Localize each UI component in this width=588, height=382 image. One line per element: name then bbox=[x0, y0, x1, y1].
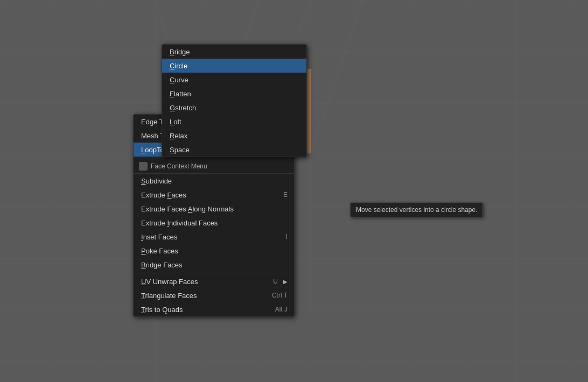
loft-label: Loft bbox=[170, 118, 181, 126]
menu-item-extrude-faces[interactable]: Extrude Faces E bbox=[134, 188, 294, 202]
menu-item-inset-faces[interactable]: Inset Faces I bbox=[134, 230, 294, 244]
menu-item-bridge-faces[interactable]: Bridge Faces bbox=[134, 258, 294, 272]
inset-faces-shortcut: I bbox=[286, 233, 288, 240]
uv-unwrap-arrow: ▶ bbox=[283, 279, 288, 285]
submenu-item-loft[interactable]: Loft bbox=[162, 115, 306, 129]
tris-to-quads-label: Tris to Quads bbox=[141, 306, 183, 314]
menu-item-tris-to-quads[interactable]: Tris to Quads Alt J bbox=[134, 302, 294, 316]
extrude-faces-normals-label: Extrude Faces Along Normals bbox=[141, 205, 234, 213]
gstretch-label: Gstretch bbox=[170, 104, 196, 112]
extrude-faces-shortcut: E bbox=[283, 191, 288, 199]
separator-2 bbox=[134, 273, 294, 273]
menu-item-triangulate-faces[interactable]: Triangulate Faces Ctrl T bbox=[134, 288, 294, 302]
submenu-item-curve[interactable]: Curve bbox=[162, 73, 306, 87]
separator-1 bbox=[134, 158, 294, 158]
menu-item-subdivide[interactable]: Subdivide bbox=[134, 174, 294, 188]
menu-item-extrude-faces-normals[interactable]: Extrude Faces Along Normals bbox=[134, 202, 294, 216]
submenu-item-relax[interactable]: Relax bbox=[162, 129, 306, 143]
extrude-individual-label: Extrude Individual Faces bbox=[141, 219, 218, 227]
poke-faces-label: Poke Faces bbox=[141, 247, 178, 255]
space-label: Space bbox=[170, 146, 190, 154]
triangulate-faces-label: Triangulate Faces bbox=[141, 292, 197, 300]
tris-to-quads-shortcut: Alt J bbox=[275, 306, 288, 313]
bridge-label: Bridge bbox=[170, 48, 190, 56]
submenu-item-flatten[interactable]: Flatten bbox=[162, 87, 306, 101]
svg-line-22 bbox=[310, 0, 362, 155]
inset-faces-label: Inset Faces bbox=[141, 233, 177, 241]
uv-unwrap-label: UV Unwrap Faces bbox=[141, 278, 198, 286]
face-context-header: Face Context Menu bbox=[134, 159, 294, 174]
submenu-item-circle[interactable]: Circle bbox=[162, 59, 306, 73]
curve-label: Curve bbox=[170, 76, 188, 84]
flatten-label: Flatten bbox=[170, 90, 191, 98]
subdivide-label: Subdivide bbox=[141, 177, 172, 185]
menu-item-extrude-individual[interactable]: Extrude Individual Faces bbox=[134, 216, 294, 230]
circle-label: Circle bbox=[170, 62, 187, 70]
submenu-item-gstretch[interactable]: Gstretch bbox=[162, 101, 306, 115]
tooltip: Move selected vertices into a circle sha… bbox=[350, 202, 483, 217]
face-context-icon bbox=[139, 162, 148, 171]
triangulate-faces-shortcut: Ctrl T bbox=[272, 292, 288, 299]
menu-item-poke-faces[interactable]: Poke Faces bbox=[134, 244, 294, 258]
submenu-item-bridge[interactable]: Bridge bbox=[162, 45, 306, 59]
menu-item-uv-unwrap[interactable]: UV Unwrap Faces U ▶ bbox=[134, 274, 294, 288]
looptools-submenu: Bridge Circle Curve Flatten Gstretch Lof… bbox=[162, 44, 307, 157]
relax-label: Relax bbox=[170, 132, 187, 140]
uv-unwrap-shortcut: U bbox=[273, 278, 278, 285]
face-context-text: Face Context Menu bbox=[151, 162, 207, 170]
extrude-faces-label: Extrude Faces bbox=[141, 191, 186, 199]
bridge-faces-label: Bridge Faces bbox=[141, 261, 183, 269]
submenu-item-space[interactable]: Space bbox=[162, 143, 306, 157]
tooltip-text: Move selected vertices into a circle sha… bbox=[356, 206, 477, 214]
